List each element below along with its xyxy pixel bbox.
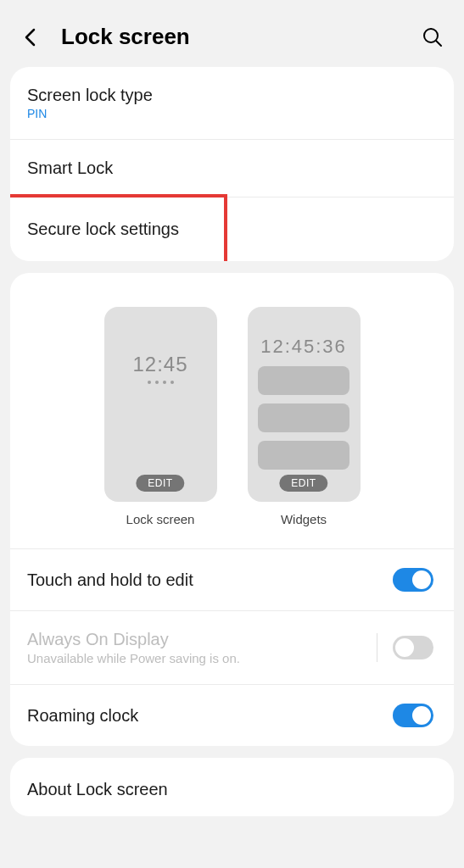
screen-lock-type-value: PIN: [27, 107, 437, 120]
widget-placeholder: [258, 441, 349, 470]
always-on-display-row: Always On Display Unavailable while Powe…: [10, 611, 454, 685]
edit-button[interactable]: EDIT: [279, 475, 327, 492]
lock-screen-preview[interactable]: 12:45 EDIT Lock screen: [104, 307, 217, 526]
about-lock-screen-row[interactable]: About Lock screen: [10, 758, 454, 816]
svg-line-1: [436, 41, 441, 46]
preview-clock-wide: 12:45:36: [260, 336, 347, 358]
separator: [377, 633, 377, 662]
secure-lock-settings-row[interactable]: Secure lock settings: [10, 194, 454, 261]
touch-hold-edit-label: Touch and hold to edit: [27, 570, 393, 590]
smart-lock-label: Smart Lock: [27, 159, 437, 178]
highlight-annotation: Secure lock settings: [10, 194, 227, 261]
always-on-display-subtitle: Unavailable while Power saving is on.: [27, 651, 377, 665]
touch-hold-toggle[interactable]: [393, 568, 433, 592]
previews-row: 12:45 EDIT Lock screen 12:45:36 EDIT Wid…: [10, 273, 454, 549]
secure-lock-settings-label: Secure lock settings: [27, 220, 207, 239]
widget-placeholder: [258, 366, 349, 395]
edit-button[interactable]: EDIT: [136, 475, 184, 492]
screen-lock-type-label: Screen lock type: [27, 86, 437, 105]
touch-hold-edit-row[interactable]: Touch and hold to edit: [10, 549, 454, 611]
about-lock-screen-label: About Lock screen: [27, 780, 437, 799]
roaming-clock-row[interactable]: Roaming clock: [10, 685, 454, 746]
search-icon[interactable]: [422, 26, 444, 48]
back-icon[interactable]: [20, 27, 41, 47]
display-options-card: 12:45 EDIT Lock screen 12:45:36 EDIT Wid…: [10, 273, 454, 746]
about-card: About Lock screen: [10, 758, 454, 816]
page-title: Lock screen: [61, 24, 422, 50]
lock-settings-card: Screen lock type PIN Smart Lock Secure l…: [10, 67, 454, 261]
lock-screen-mock: 12:45 EDIT: [104, 307, 217, 502]
lock-screen-preview-label: Lock screen: [126, 512, 195, 526]
widgets-preview[interactable]: 12:45:36 EDIT Widgets: [248, 307, 361, 526]
widgets-preview-label: Widgets: [281, 512, 327, 526]
roaming-clock-label: Roaming clock: [27, 706, 393, 726]
roaming-clock-toggle[interactable]: [393, 704, 433, 727]
smart-lock-row[interactable]: Smart Lock: [10, 140, 454, 198]
screen-lock-type-row[interactable]: Screen lock type PIN: [10, 67, 454, 140]
widget-placeholder: [258, 403, 349, 432]
preview-clock: 12:45: [132, 353, 187, 376]
always-on-display-label: Always On Display: [27, 630, 377, 649]
app-header: Lock screen: [0, 0, 464, 67]
widgets-mock: 12:45:36 EDIT: [248, 307, 361, 502]
always-on-display-toggle: [393, 636, 433, 659]
dots-icon: [148, 381, 174, 384]
